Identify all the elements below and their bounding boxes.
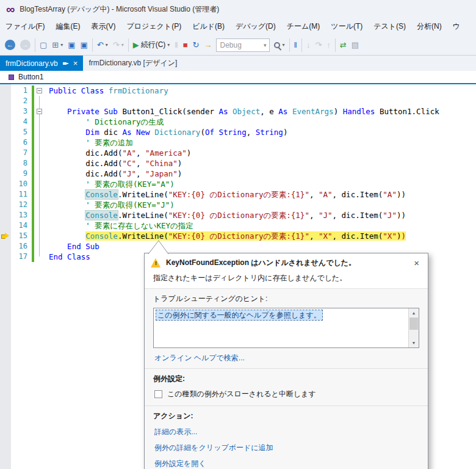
break-all-2-icon: ‖ <box>294 41 297 49</box>
code-line-12[interactable]: 12 ' 要素の取得(KEY="J") <box>0 200 476 210</box>
chevron-down-icon: ▾ <box>60 42 63 48</box>
fold-collapse-icon[interactable]: − <box>37 109 42 114</box>
menu-item-1[interactable]: 編集(E) <box>50 18 85 35</box>
restart-button[interactable]: ↻ <box>191 37 201 53</box>
action-link-1[interactable]: 例外の詳細をクリップボードに追加 <box>154 443 419 453</box>
redo-button[interactable]: ↷▾ <box>111 37 126 53</box>
list-icon: ▤ <box>352 41 359 49</box>
chevron-down-icon: ▾ <box>282 42 284 48</box>
listbox-scrollbar[interactable]: ▲ ▼ <box>408 308 419 347</box>
step-into-button[interactable]: ↓ <box>305 37 312 53</box>
line-number: 10 <box>11 179 32 189</box>
add-new-item-button[interactable]: ⊞▾ <box>50 37 65 53</box>
exception-title: KeyNotFoundException はハンドルされませんでした。 <box>166 258 406 268</box>
line-number: 2 <box>11 96 32 106</box>
search-online-help-link[interactable]: オンライン ヘルプで検索... <box>154 353 245 363</box>
code-line-3[interactable]: 3− Private Sub Button1_Click(sender As O… <box>0 106 476 117</box>
stop-debugging-button[interactable]: ■ <box>181 37 190 53</box>
line-number: 16 <box>11 241 32 252</box>
break-on-throw-checkbox[interactable] <box>154 390 162 398</box>
menu-item-0[interactable]: ファイル(F) <box>0 18 50 35</box>
navigate-forward-button[interactable]: → <box>18 37 32 53</box>
menu-item-4[interactable]: ビルド(B) <box>187 18 230 35</box>
line-number: 15 <box>11 231 32 241</box>
save-button[interactable]: ▣ <box>66 37 77 53</box>
code-line-1[interactable]: 1−Public Class frmDictionary <box>0 85 476 96</box>
sync-button[interactable]: ⇄ <box>338 37 348 53</box>
tab-0[interactable]: frmDictionary.vb× <box>0 56 83 71</box>
code-line-7[interactable]: 7 dic.Add("A", "America") <box>0 148 476 158</box>
exception-settings-section: 例外設定: この種類の例外がスローされると中断します <box>145 369 428 399</box>
tab-1[interactable]: frmDictionary.vb [デザイン] <box>83 56 182 71</box>
code-line-8[interactable]: 8 dic.Add("C", "China") <box>0 158 476 169</box>
menu-item-8[interactable]: テスト(S) <box>368 18 411 35</box>
line-number: 9 <box>11 169 32 179</box>
save-all-button[interactable]: ▣ <box>79 37 90 53</box>
line-number: 5 <box>11 127 32 137</box>
close-tab-icon[interactable]: × <box>73 59 78 67</box>
toolbar-separator <box>335 38 336 52</box>
code-line-13[interactable]: 13 Console.WriteLine("KEY:{0} のDictionar… <box>0 210 476 220</box>
code-line-6[interactable]: 6 ' 要素の追加 <box>0 137 476 148</box>
navigate-backward-button[interactable]: ← <box>3 37 17 53</box>
line-number: 4 <box>11 117 32 127</box>
menu-item-3[interactable]: プロジェクト(P) <box>121 18 187 35</box>
undo-button[interactable]: ↶▾ <box>95 37 110 53</box>
menu-item-10[interactable]: ウ <box>447 18 466 35</box>
code-line-14[interactable]: 14 ' 要素に存在しないKEYの指定 <box>0 220 476 231</box>
actions-label: アクション: <box>153 411 419 421</box>
tab-label: frmDictionary.vb [デザイン] <box>88 58 177 68</box>
navigate-backward-icon: ← <box>5 40 15 50</box>
navigation-bar: Button1 <box>0 71 476 84</box>
toolbar-separator <box>35 38 35 52</box>
step-over-button[interactable]: ↷ <box>313 37 323 53</box>
menu-item-7[interactable]: ツール(T) <box>325 18 368 35</box>
action-link-0[interactable]: 詳細の表示... <box>154 427 419 437</box>
break-all-button[interactable]: ‖ <box>173 37 179 53</box>
fold-collapse-icon[interactable]: − <box>37 88 42 93</box>
code-line-15[interactable]: 15 Console.WriteLine("KEY:{0} のDictionar… <box>0 231 476 241</box>
toolbar-separator <box>92 38 93 52</box>
code-line-2[interactable]: 2 <box>0 96 476 106</box>
show-next-statement-button[interactable]: → <box>202 37 214 53</box>
continue-button[interactable]: ▶続行(C)▾ <box>131 37 172 53</box>
close-icon[interactable]: × <box>411 258 422 268</box>
line-number: 12 <box>11 200 32 210</box>
action-link-2[interactable]: 例外設定を開く <box>154 459 419 469</box>
menu-item-9[interactable]: 分析(N) <box>411 18 447 35</box>
solution-configuration-combo[interactable]: Debug▾ <box>216 38 270 52</box>
new-window-icon: ▢ <box>40 41 47 49</box>
step-out-button[interactable]: ↑ <box>325 37 333 53</box>
break-all-2-button[interactable]: ‖ <box>292 37 299 53</box>
scroll-down-icon[interactable]: ▼ <box>409 338 419 347</box>
menu-item-2[interactable]: 表示(V) <box>85 18 121 35</box>
save-icon: ▣ <box>68 41 75 49</box>
window-title: BlogTestArray (デバッグ中) - Microsoft Visual… <box>20 4 219 15</box>
new-window-button[interactable]: ▢ <box>38 37 49 53</box>
line-number: 17 <box>11 252 32 262</box>
undo-icon: ↶ <box>97 41 104 49</box>
break-on-throw-label: この種類の例外がスローされると中断します <box>167 389 316 399</box>
method-icon <box>9 75 14 80</box>
code-line-9[interactable]: 9 dic.Add("J", "Japan") <box>0 169 476 179</box>
list-button[interactable]: ▤ <box>350 37 361 53</box>
hint-item[interactable]: この例外に関する一般的なヘルプを参照します。 <box>156 310 323 321</box>
code-line-11[interactable]: 11 Console.WriteLine("KEY:{0} のDictionar… <box>0 189 476 200</box>
break-all-icon: ‖ <box>175 41 178 49</box>
code-line-4[interactable]: 4 ' Dictionaryの生成 <box>0 117 476 127</box>
menu-item-6[interactable]: チーム(M) <box>281 18 326 35</box>
code-line-16[interactable]: 16 End Sub <box>0 241 476 252</box>
pin-icon[interactable] <box>62 60 69 67</box>
step-into-icon: ↓ <box>306 41 311 49</box>
find-button[interactable]: ▾ <box>272 37 286 53</box>
navbar-scope-dropdown[interactable]: Button1 <box>18 73 43 81</box>
tips-label: トラブルシューティングのヒント: <box>153 294 419 304</box>
scrollbar-thumb[interactable] <box>409 318 418 330</box>
save-all-icon: ▣ <box>81 41 88 49</box>
chevron-down-icon: ▾ <box>106 42 108 48</box>
menu-item-5[interactable]: デバッグ(D) <box>230 18 281 35</box>
code-line-10[interactable]: 10 ' 要素の取得(KEY="A") <box>0 179 476 189</box>
scroll-up-icon[interactable]: ▲ <box>409 308 419 318</box>
tips-listbox[interactable]: この例外に関する一般的なヘルプを参照します。 ▲ ▼ <box>153 308 419 348</box>
code-line-5[interactable]: 5 Dim dic As New Dictionary(Of String, S… <box>0 127 476 137</box>
